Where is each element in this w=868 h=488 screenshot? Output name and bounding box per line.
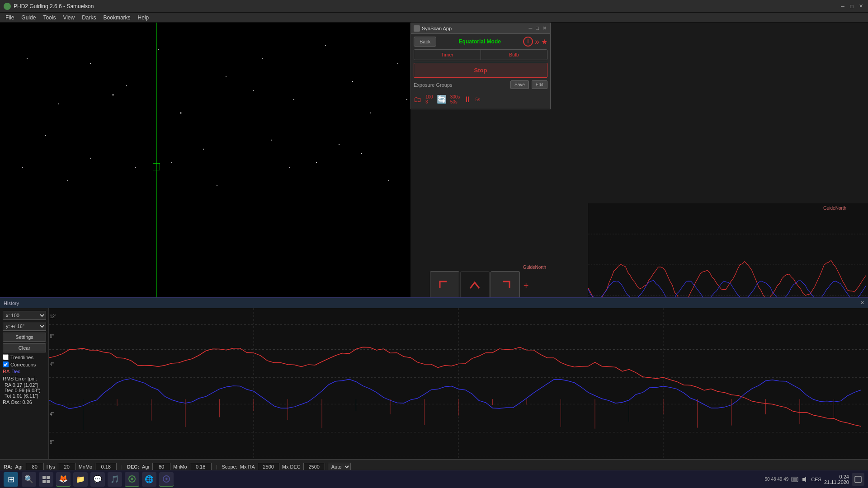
dir-ne-button[interactable] xyxy=(491,271,520,300)
dir-row-top: + xyxy=(415,271,546,300)
synscan-tab-timer[interactable]: Timer xyxy=(414,50,481,60)
history-content: x: 100 y: +/-16" Settings Clear Trendlin… xyxy=(0,308,868,474)
menu-bar: File Guide Tools View Darks Bookmarks He… xyxy=(0,13,868,23)
menu-view[interactable]: View xyxy=(59,14,78,22)
history-y-scale-select[interactable]: y: +/-16" xyxy=(3,322,46,331)
synscan-window-controls: ─ □ ✕ xyxy=(528,25,547,31)
synscan-exposure-row: Exposure Groups Save Edit xyxy=(414,80,547,89)
synscan-edit-button[interactable]: Edit xyxy=(532,80,547,89)
taskbar-search[interactable]: 🔍 xyxy=(22,472,36,487)
synscan-back-button[interactable]: Back xyxy=(414,37,436,47)
dir-n-button[interactable] xyxy=(460,271,490,300)
menu-guide[interactable]: Guide xyxy=(18,14,39,22)
taskbar-itunes[interactable]: 🎵 xyxy=(108,472,122,487)
synscan-save-button[interactable]: Save xyxy=(510,80,529,89)
menu-darks[interactable]: Darks xyxy=(78,14,99,22)
taskbar-app6[interactable]: 🌐 xyxy=(142,472,156,487)
rms-section: RMS Error [px]: RA 0.17 (1.02") Dec 0.99… xyxy=(3,376,46,399)
system-tray: 50 48 49 49 CES 0:24 21.11.2020 xyxy=(764,473,864,486)
corrections-row: Corrections xyxy=(3,361,46,367)
synscan-pause-icon[interactable]: ⏸ xyxy=(463,95,472,104)
minimize-button[interactable]: ─ xyxy=(839,3,846,10)
rms-title: RMS Error [px]: xyxy=(3,376,46,381)
synscan-icon xyxy=(414,25,420,32)
synscan-close[interactable]: ✕ xyxy=(542,25,547,31)
mx-ra-input[interactable] xyxy=(258,463,279,471)
start-icon: ⊞ xyxy=(8,474,14,484)
menu-bookmarks[interactable]: Bookmarks xyxy=(100,14,134,22)
window-title: PHD2 Guiding 2.6.6 - Samuelson xyxy=(14,3,94,9)
dec-ctrl-label: DEC: xyxy=(127,464,139,469)
corrections-checkbox[interactable] xyxy=(3,361,9,367)
history-x-scale-select[interactable]: x: 100 xyxy=(3,311,46,320)
synscan-tab-bulb[interactable]: Bulb xyxy=(481,50,547,60)
synscan-count-sub: 3 xyxy=(425,99,433,104)
osc-label: RA Osc: 0.26 xyxy=(3,399,46,405)
synscan-tab-row: Timer Bulb xyxy=(414,49,547,60)
menu-help[interactable]: Help xyxy=(134,14,153,22)
guide-north-label: GuideNorth xyxy=(523,265,546,270)
app-icon xyxy=(4,3,11,10)
taskbar-app7[interactable] xyxy=(159,472,174,487)
hys-input[interactable] xyxy=(58,463,76,471)
tray-battery-label: 50 48 49 49 xyxy=(764,477,788,482)
ra-mn-mo-input[interactable] xyxy=(95,463,117,471)
window-controls: ─ □ ✕ xyxy=(839,3,864,10)
synscan-titlebar: SynScan App ─ □ ✕ xyxy=(411,23,550,34)
svg-marker-21 xyxy=(802,477,806,482)
taskbar-messages[interactable]: 💬 xyxy=(90,472,105,487)
synscan-info-button[interactable]: i xyxy=(523,37,533,47)
menu-tools[interactable]: Tools xyxy=(39,14,59,22)
title-bar: PHD2 Guiding 2.6.6 - Samuelson ─ □ ✕ xyxy=(0,0,868,13)
history-settings-button[interactable]: Settings xyxy=(3,333,46,342)
ra-agr-input[interactable] xyxy=(26,463,44,471)
network-icon xyxy=(791,476,798,483)
synscan-star-button[interactable]: ★ xyxy=(541,38,547,46)
taskbar-taskview[interactable] xyxy=(39,472,53,487)
mn-mo-label: MnMo xyxy=(79,464,93,469)
taskbar: ⊞ 🔍 🦊 📁 💬 🎵 🌐 50 48 49 49 CES 0:24 21.11… xyxy=(0,470,868,488)
history-close-button[interactable]: ✕ xyxy=(860,300,864,306)
synscan-folder-icon: 🗂 xyxy=(414,95,422,104)
history-title: History xyxy=(4,300,19,306)
synscan-rotate-sub: 50s xyxy=(450,99,460,104)
dec-agr-label: Agr xyxy=(142,464,150,469)
close-button[interactable]: ✕ xyxy=(857,3,864,10)
menu-file[interactable]: File xyxy=(2,14,18,22)
dir-nw-button[interactable] xyxy=(430,271,459,300)
main-graph-canvas xyxy=(49,308,868,474)
tot-rms: Tot 1.01 (6.11") xyxy=(3,393,46,399)
ces-label: CES xyxy=(811,477,821,482)
synscan-nav-row: Back Equatorial Mode i » ★ xyxy=(414,37,547,47)
taskbar-app5[interactable] xyxy=(125,472,139,487)
dec-mn-mo-input[interactable] xyxy=(190,463,212,471)
mx-dec-input[interactable] xyxy=(303,463,325,471)
start-button[interactable]: ⊞ xyxy=(4,472,18,487)
crosshair-horizontal xyxy=(0,167,410,167)
graph-area xyxy=(49,308,868,474)
maximize-button[interactable]: □ xyxy=(848,3,855,10)
synscan-maximize[interactable]: □ xyxy=(535,25,540,31)
scope-label: Scope: xyxy=(222,464,237,469)
synscan-rotate-main: 300s xyxy=(450,94,460,99)
dec-agr-input[interactable] xyxy=(152,463,170,471)
taskbar-explorer[interactable]: 📁 xyxy=(73,472,88,487)
taskbar-firefox[interactable]: 🦊 xyxy=(56,472,71,487)
synscan-count-main: 100 xyxy=(425,94,433,99)
dec-label: Dec xyxy=(11,369,20,374)
history-clear-button[interactable]: Clear xyxy=(3,343,46,352)
trendlines-label: Trendlines xyxy=(10,355,33,360)
synscan-exposure-groups-label: Exposure Groups xyxy=(414,82,508,88)
corrections-label: Corrections xyxy=(10,362,36,367)
clock-time: 0:24 xyxy=(824,474,849,479)
plus-button[interactable]: + xyxy=(521,271,532,300)
synscan-minimize[interactable]: ─ xyxy=(528,25,533,31)
synscan-eq-mode-label: Equatorial Mode xyxy=(438,38,521,45)
notification-button[interactable] xyxy=(852,473,864,486)
auto-select[interactable]: Auto xyxy=(328,463,351,471)
synscan-stop-button[interactable]: Stop xyxy=(414,63,547,78)
history-title-bar: History ✕ xyxy=(0,298,868,308)
trendlines-checkbox[interactable] xyxy=(3,354,9,360)
synscan-pause-vals: 5s xyxy=(475,97,480,102)
synscan-arrows-button[interactable]: » xyxy=(535,37,539,47)
